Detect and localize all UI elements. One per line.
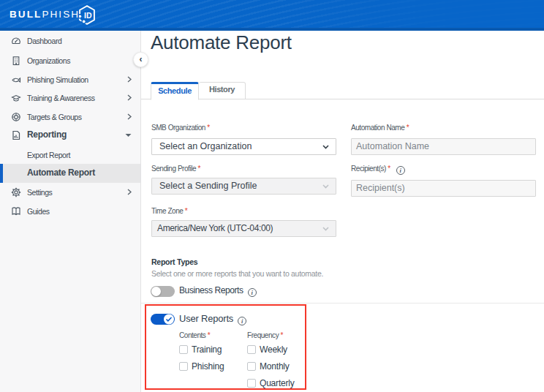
svg-text:ID: ID [84,10,92,19]
